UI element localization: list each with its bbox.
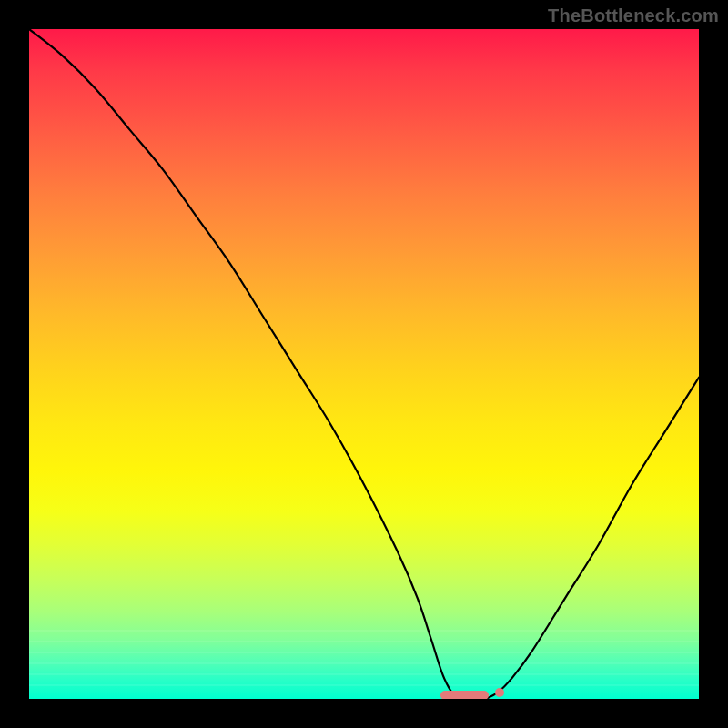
bottleneck-curve <box>29 29 699 699</box>
plot-area <box>29 29 699 699</box>
watermark-text: TheBottleneck.com <box>548 5 719 26</box>
chart-frame: TheBottleneck.com <box>0 0 728 728</box>
optimal-range-marker <box>440 691 489 699</box>
